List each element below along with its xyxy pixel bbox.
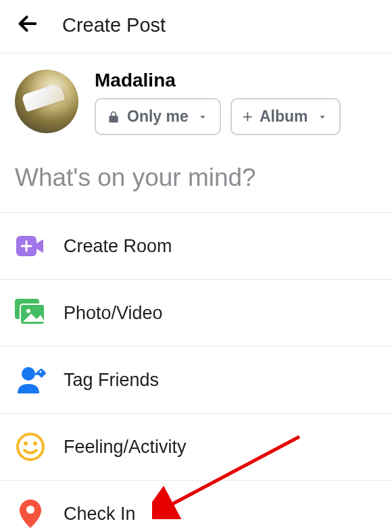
privacy-controls: Only me + Album: [95, 98, 341, 135]
composer-placeholder: What's on your mind?: [15, 164, 377, 192]
user-name: Madalina: [95, 70, 341, 91]
svg-point-12: [26, 506, 34, 514]
menu-label-check-in: Check In: [64, 504, 136, 525]
feeling-activity-icon: [15, 431, 46, 462]
menu-label-feeling-activity: Feeling/Activity: [64, 437, 187, 458]
menu-feeling-activity[interactable]: Feeling/Activity: [0, 414, 392, 481]
lock-icon: [107, 110, 120, 124]
chevron-down-icon: [316, 111, 328, 123]
tag-friends-icon: [15, 364, 46, 395]
svg-point-11: [33, 441, 37, 445]
svg-point-6: [26, 309, 30, 313]
menu-check-in[interactable]: Check In: [0, 481, 392, 532]
photo-video-icon: [15, 297, 46, 329]
svg-point-7: [22, 367, 35, 381]
back-button[interactable]: [14, 9, 42, 41]
privacy-label: Only me: [127, 107, 189, 126]
avatar[interactable]: [15, 70, 78, 133]
user-info: Madalina Only me + Album: [95, 70, 341, 135]
arrow-left-icon: [16, 12, 39, 35]
privacy-selector[interactable]: Only me: [95, 98, 221, 135]
user-section: Madalina Only me + Album: [0, 53, 392, 147]
svg-point-9: [18, 434, 43, 460]
check-in-icon: [15, 498, 46, 529]
plus-icon: +: [243, 106, 253, 127]
menu-label-create-room: Create Room: [64, 236, 172, 257]
create-room-icon: [15, 231, 46, 262]
menu-tag-friends[interactable]: Tag Friends: [0, 347, 392, 414]
album-selector[interactable]: + Album: [230, 98, 341, 135]
header-bar: Create Post: [0, 0, 392, 53]
svg-point-8: [40, 371, 42, 373]
album-label: Album: [260, 107, 308, 126]
menu-label-photo-video: Photo/Video: [64, 303, 163, 324]
post-composer[interactable]: What's on your mind?: [0, 147, 392, 213]
menu-create-room[interactable]: Create Room: [0, 213, 392, 280]
page-title: Create Post: [62, 14, 166, 37]
menu-label-tag-friends: Tag Friends: [64, 370, 159, 391]
chevron-down-icon: [197, 111, 209, 123]
svg-point-10: [24, 441, 28, 445]
menu-photo-video[interactable]: Photo/Video: [0, 280, 392, 347]
